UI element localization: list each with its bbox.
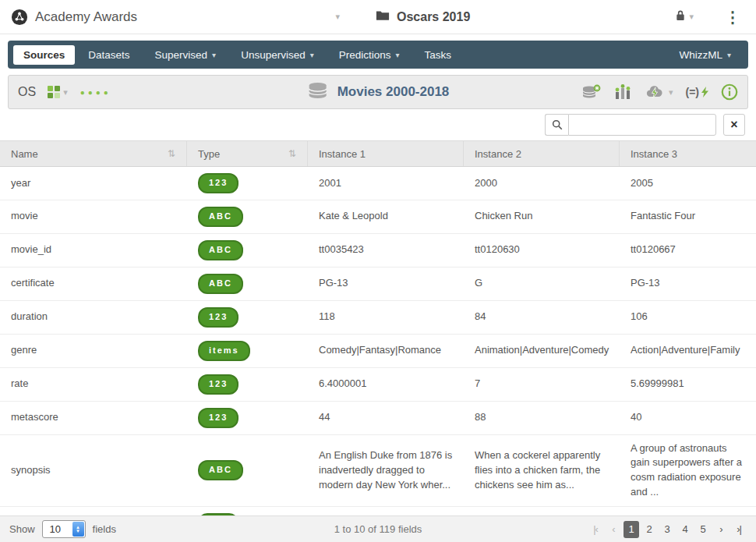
caret-down-icon: ▾ (212, 51, 216, 59)
os-label: OS (18, 85, 36, 99)
table-row[interactable]: genreitemsComedy|Fantasy|RomanceAnimatio… (0, 335, 756, 368)
privacy-toggle[interactable]: ▾ (676, 9, 694, 24)
field-name-cell: movie (0, 203, 187, 230)
dataset-icon (581, 83, 601, 101)
nav-item-datasets[interactable]: Datasets (76, 44, 141, 66)
nav-item-label: Supervised (155, 49, 208, 61)
source-icon (307, 82, 329, 102)
instance2-cell: 144475 (464, 509, 620, 515)
page-button-1[interactable]: 1 (624, 521, 639, 538)
caret-down-icon: ▾ (63, 87, 68, 97)
kebab-menu-button[interactable]: ⋮ (720, 8, 745, 27)
type-badge[interactable]: ABC (198, 460, 243, 480)
type-badge[interactable]: ABC (198, 240, 243, 260)
caret-down-icon: ▾ (396, 51, 400, 59)
nav-item-label: Predictions (339, 49, 391, 61)
nav-item-supervised[interactable]: Supervised▾ (143, 44, 228, 66)
scriptify-button[interactable]: (=) (686, 86, 709, 98)
field-types-icon (47, 85, 61, 99)
table-row[interactable]: synopsisABCAn English Duke from 1876 is … (0, 435, 756, 507)
field-name-cell: synopsis (0, 457, 187, 484)
page-size-value: 10 (50, 523, 61, 535)
field-type-cell: items (187, 335, 308, 367)
stepper-icon[interactable]: ▲▼ (72, 522, 84, 537)
table-row[interactable]: movieABCKate & LeopoldChicken RunFantast… (0, 200, 756, 234)
type-badge[interactable]: 123 (198, 374, 238, 395)
bigml-logo-icon (11, 9, 28, 26)
column-header-label: Instance 3 (631, 148, 677, 160)
project-selector[interactable]: Oscars 2019 (376, 9, 470, 24)
chevron-down-icon: ▾ (689, 12, 694, 22)
instance1-cell: tt0035423 (308, 236, 464, 264)
status-dots: ●●●● (80, 88, 111, 97)
page-size-select[interactable]: 10 ▲▼ (42, 520, 86, 538)
instance3-cell: Fantastic Four (620, 203, 756, 230)
column-header-instance2: Instance 2 (464, 141, 620, 166)
table-row[interactable]: year123200120002005 (0, 167, 756, 200)
instance1-cell: Kate & Leopold (308, 203, 464, 230)
app-switcher[interactable]: Academy Awards ▾ (11, 9, 340, 26)
table-row[interactable]: votes12366660144475273203 (0, 507, 756, 515)
first-page-button[interactable]: |‹ (588, 521, 603, 538)
cloud-actions-button[interactable]: ▾ (645, 83, 673, 101)
prev-page-button[interactable]: ‹ (606, 521, 621, 538)
table-row[interactable]: movie_idABCtt0035423tt0120630tt0120667 (0, 234, 756, 267)
visualize-button[interactable] (613, 83, 632, 101)
field-types-button[interactable]: ▾ (47, 85, 68, 99)
field-type-cell: ABC (187, 267, 308, 300)
column-header-label: Instance 1 (319, 148, 366, 160)
page-button-4[interactable]: 4 (677, 521, 693, 538)
nav-item-unsupervised[interactable]: Unsupervised▾ (229, 44, 326, 66)
nav-item-whizzml[interactable]: WhizzML ▾ (667, 44, 743, 66)
page-button-3[interactable]: 3 (659, 521, 675, 538)
table-row[interactable]: metascore123448840 (0, 402, 756, 435)
table-footer: Show 10 ▲▼ fields 1 to 10 of 119 fields … (0, 515, 756, 542)
field-type-cell: 123 (187, 368, 308, 401)
source-header-bar: OS ▾ ●●●● Movies 2000-2018 (8, 75, 748, 109)
last-page-button[interactable]: ›| (731, 521, 747, 538)
create-dataset-button[interactable] (581, 83, 601, 101)
type-badge[interactable]: ABC (198, 207, 243, 227)
type-badge[interactable]: 123 (198, 408, 238, 428)
search-row: × (0, 109, 756, 140)
clear-search-button[interactable]: × (723, 114, 745, 136)
column-header-instance3: Instance 3 (620, 141, 756, 166)
column-header-instance1: Instance 1 (308, 141, 464, 166)
table-row[interactable]: duration12311884106 (0, 301, 756, 335)
search-input[interactable] (568, 114, 716, 136)
field-name-cell: votes (0, 509, 187, 515)
source-title: Movies 2000-2018 (337, 84, 450, 100)
page-button-2[interactable]: 2 (641, 521, 657, 538)
instance3-cell: 40 (620, 404, 756, 431)
instance3-cell: tt0120667 (620, 236, 756, 264)
instance1-cell: PG-13 (308, 270, 464, 297)
column-header-name[interactable]: Name ⇅ (0, 141, 187, 166)
field-type-cell: 123 (187, 402, 308, 434)
next-page-button[interactable]: › (713, 521, 729, 538)
column-header-label: Instance 2 (475, 148, 521, 160)
search-button[interactable] (545, 114, 568, 136)
field-name-cell: certificate (0, 270, 187, 297)
table-row[interactable]: certificateABCPG-13GPG-13 (0, 267, 756, 301)
type-badge[interactable]: ABC (198, 274, 243, 294)
nav-item-predictions[interactable]: Predictions▾ (327, 44, 412, 66)
instance3-cell: 106 (620, 303, 756, 331)
top-bar: Academy Awards ▾ Oscars 2019 ▾ (0, 0, 756, 34)
instance2-cell: 88 (464, 404, 620, 431)
instance3-cell: A group of astronauts gain superpowers a… (620, 435, 756, 506)
sort-icon[interactable]: ⇅ (168, 148, 175, 159)
page-button-5[interactable]: 5 (695, 521, 711, 538)
type-badge[interactable]: items (198, 341, 250, 361)
main-nav: SourcesDatasetsSupervised▾Unsupervised▾P… (8, 41, 748, 69)
info-icon (721, 83, 738, 101)
table-row[interactable]: rate1236.400000175.69999981 (0, 368, 756, 402)
instance2-cell: Chicken Run (464, 203, 620, 230)
info-button[interactable] (721, 83, 738, 101)
chevron-down-icon[interactable]: ▾ (335, 12, 340, 22)
column-header-type[interactable]: Type ⇅ (187, 141, 308, 166)
sort-icon[interactable]: ⇅ (288, 148, 296, 159)
type-badge[interactable]: 123 (198, 173, 238, 193)
nav-item-tasks[interactable]: Tasks (413, 44, 464, 66)
type-badge[interactable]: 123 (198, 307, 238, 328)
nav-item-sources[interactable]: Sources (13, 45, 75, 65)
